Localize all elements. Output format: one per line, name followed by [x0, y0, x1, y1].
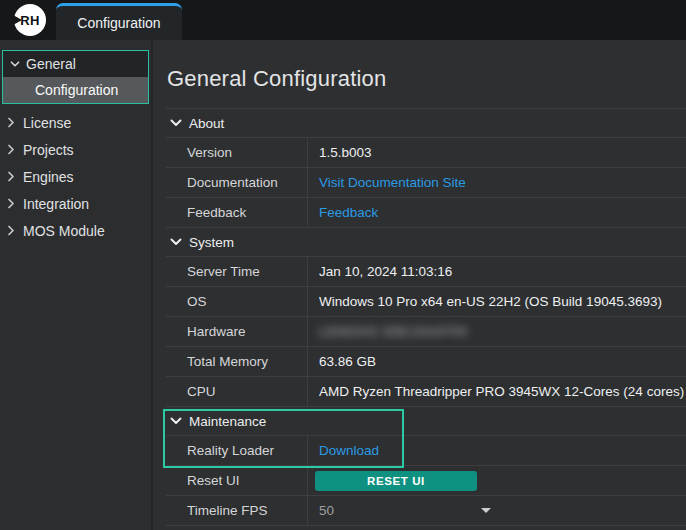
table-row-feedback: Feedback Feedback	[166, 198, 686, 228]
row-label: Reality Loader	[166, 436, 308, 465]
timeline-fps-value: 50	[319, 503, 334, 518]
top-bar: RH Configuration	[0, 0, 686, 40]
row-label: Hardware	[166, 317, 308, 346]
table-row-documentation: Documentation Visit Documentation Site	[166, 168, 686, 198]
chevron-down-icon	[170, 417, 182, 425]
sidebar-item-mos-module[interactable]: MOS Module	[0, 218, 151, 243]
table-row-total-memory: Total Memory 63.86 GB	[166, 347, 686, 377]
table-row-cpu: CPU AMD Ryzen Threadripper PRO 3945WX 12…	[166, 377, 686, 407]
chevron-right-icon	[6, 198, 16, 209]
row-label: CPU	[166, 377, 308, 406]
section-header-about[interactable]: About	[166, 109, 686, 138]
sidebar-item-engines[interactable]: Engines	[0, 164, 151, 189]
cpu-value: AMD Ryzen Threadripper PRO 3945WX 12-Cor…	[308, 377, 686, 406]
sidebar-selected-group: General Configuration	[2, 50, 149, 104]
chevron-right-icon	[6, 117, 16, 128]
row-label: Documentation	[166, 168, 308, 197]
hardware-value-blurred: LENOVO 30E1SA4T00	[319, 324, 468, 339]
row-label: Server Time	[166, 257, 308, 286]
server-time-value: Jan 10, 2024 11:03:16	[308, 257, 686, 286]
section-label: About	[189, 116, 224, 131]
sidebar-item-label: Configuration	[35, 82, 118, 98]
reset-ui-button[interactable]: RESET UI	[315, 471, 477, 491]
sidebar-item-configuration[interactable]: Configuration	[3, 77, 148, 103]
feedback-link[interactable]: Feedback	[319, 205, 378, 220]
table-row-timeline-fps: Timeline FPS 50	[166, 496, 686, 526]
sidebar-item-general[interactable]: General	[3, 51, 148, 77]
app-window: RH Configuration General Configuration	[0, 0, 686, 530]
sidebar-item-label: MOS Module	[23, 223, 105, 239]
timeline-fps-select[interactable]: 50	[319, 503, 491, 518]
row-label: Version	[166, 138, 308, 167]
sidebar-item-license[interactable]: License	[0, 110, 151, 135]
chevron-down-icon	[170, 119, 182, 127]
table-row-server-time: Server Time Jan 10, 2024 11:03:16	[166, 257, 686, 287]
tab-configuration[interactable]: Configuration	[56, 3, 182, 40]
chevron-down-icon	[170, 238, 182, 246]
logo-text: RH	[20, 13, 39, 28]
version-value: 1.5.b003	[308, 138, 686, 167]
table-row-os: OS Windows 10 Pro x64 en-US 22H2 (OS Bui…	[166, 287, 686, 317]
section-label: Maintenance	[189, 414, 266, 429]
settings-table: About Version 1.5.b003 Documentation Vis…	[166, 108, 686, 526]
chevron-right-icon	[6, 144, 16, 155]
section-header-maintenance[interactable]: Maintenance	[166, 407, 686, 436]
chevron-right-icon	[6, 171, 16, 182]
sidebar-item-label: Integration	[23, 196, 89, 212]
documentation-link[interactable]: Visit Documentation Site	[319, 175, 466, 190]
app-logo[interactable]: RH	[14, 4, 46, 36]
section-header-system[interactable]: System	[166, 228, 686, 257]
os-value: Windows 10 Pro x64 en-US 22H2 (OS Build …	[308, 287, 686, 316]
sidebar-item-integration[interactable]: Integration	[0, 191, 151, 216]
row-label: Reset UI	[166, 466, 308, 495]
sidebar-item-label: Projects	[23, 142, 74, 158]
sidebar-item-projects[interactable]: Projects	[0, 137, 151, 162]
sidebar-item-label: General	[26, 56, 76, 72]
download-link[interactable]: Download	[319, 443, 379, 458]
row-label: Total Memory	[166, 347, 308, 376]
total-memory-value: 63.86 GB	[308, 347, 686, 376]
sidebar: General Configuration License Projects	[0, 40, 153, 530]
section-label: System	[189, 235, 234, 250]
sidebar-item-label: Engines	[23, 169, 74, 185]
chevron-down-icon	[10, 60, 20, 68]
main-content: General Configuration About Version 1.5.…	[153, 40, 686, 530]
table-row-version: Version 1.5.b003	[166, 138, 686, 168]
row-label: Timeline FPS	[166, 496, 308, 525]
sidebar-item-label: License	[23, 115, 71, 131]
table-row-hardware: Hardware LENOVO 30E1SA4T00	[166, 317, 686, 347]
caret-down-icon	[481, 508, 491, 513]
chevron-right-icon	[6, 225, 16, 236]
row-label: Feedback	[166, 198, 308, 227]
table-row-reset-ui: Reset UI RESET UI	[166, 466, 686, 496]
row-label: OS	[166, 287, 308, 316]
tab-label: Configuration	[77, 15, 160, 31]
page-title: General Configuration	[167, 66, 686, 92]
table-row-reality-loader: Reality Loader Download	[166, 436, 686, 466]
